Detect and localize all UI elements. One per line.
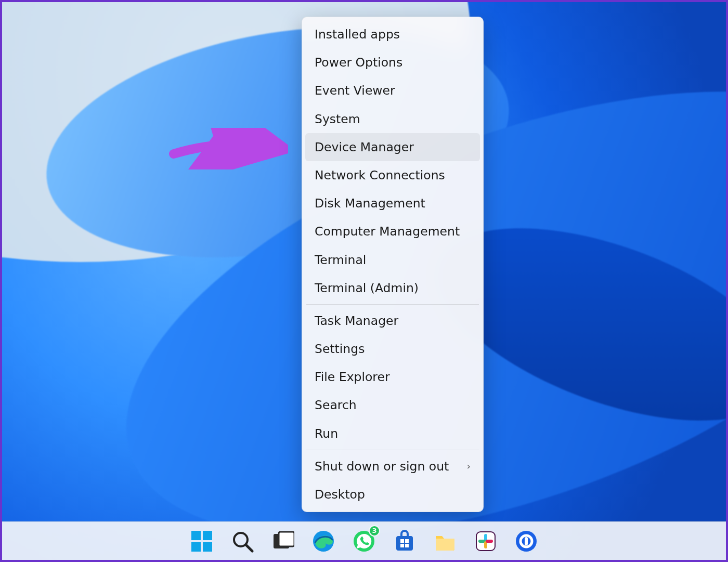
edge-button[interactable]	[309, 527, 337, 555]
menu-item-label: Computer Management	[315, 224, 460, 239]
menu-item-label: Device Manager	[315, 140, 414, 154]
menu-item-file-explorer[interactable]: File Explorer	[305, 363, 480, 391]
menu-item-installed-apps[interactable]: Installed apps	[305, 20, 480, 48]
menu-item-label: Terminal	[315, 253, 366, 267]
1password-button[interactable]	[512, 527, 540, 555]
menu-item-label: Desktop	[315, 487, 365, 502]
file-explorer-button[interactable]	[431, 527, 459, 555]
edge-icon	[312, 530, 335, 553]
menu-item-system[interactable]: System	[305, 105, 480, 133]
slack-icon	[474, 530, 497, 553]
menu-item-device-manager[interactable]: Device Manager	[305, 133, 480, 161]
menu-item-label: Power Options	[315, 55, 402, 70]
menu-item-label: Event Viewer	[315, 83, 395, 98]
menu-item-disk-management[interactable]: Disk Management	[305, 189, 480, 217]
menu-item-shut-down-or-sign-out[interactable]: Shut down or sign out›	[305, 452, 480, 480]
whatsapp-button[interactable]: 3	[350, 527, 378, 555]
menu-separator	[306, 304, 479, 305]
menu-item-label: System	[315, 112, 360, 126]
menu-item-terminal-admin[interactable]: Terminal (Admin)	[305, 274, 480, 302]
menu-item-desktop[interactable]: Desktop	[305, 480, 480, 508]
search-button[interactable]	[228, 527, 256, 555]
start-button[interactable]	[188, 527, 216, 555]
menu-item-label: Shut down or sign out	[315, 459, 449, 474]
slack-button[interactable]	[472, 527, 500, 555]
taskview-icon	[271, 530, 294, 553]
menu-item-event-viewer[interactable]: Event Viewer	[305, 76, 480, 104]
menu-item-label: Task Manager	[315, 313, 398, 328]
menu-item-settings[interactable]: Settings	[305, 335, 480, 363]
microsoft-store-button[interactable]	[391, 527, 419, 555]
menu-item-label: Terminal (Admin)	[315, 281, 419, 295]
store-icon	[393, 530, 416, 553]
onepw-icon	[515, 530, 538, 553]
menu-item-label: Settings	[315, 342, 365, 356]
menu-item-label: Run	[315, 426, 338, 441]
menu-item-task-manager[interactable]: Task Manager	[305, 307, 480, 335]
menu-item-power-options[interactable]: Power Options	[305, 48, 480, 76]
menu-separator	[306, 450, 479, 450]
search-icon	[231, 530, 254, 553]
menu-item-label: File Explorer	[315, 370, 390, 384]
menu-item-network-connections[interactable]: Network Connections	[305, 161, 480, 189]
menu-item-label: Network Connections	[315, 168, 445, 182]
menu-item-label: Installed apps	[315, 27, 400, 42]
menu-item-label: Search	[315, 398, 357, 412]
windows-icon	[190, 530, 213, 553]
menu-item-label: Disk Management	[315, 196, 425, 211]
menu-item-search[interactable]: Search	[305, 391, 480, 419]
task-view-button[interactable]	[269, 527, 297, 555]
folder-icon	[434, 530, 457, 553]
menu-item-computer-management[interactable]: Computer Management	[305, 217, 480, 245]
taskbar: 3	[2, 521, 726, 560]
chevron-right-icon: ›	[467, 461, 471, 472]
menu-item-terminal[interactable]: Terminal	[305, 246, 480, 274]
winx-context-menu: Installed appsPower OptionsEvent ViewerS…	[302, 17, 484, 512]
notification-badge: 3	[369, 525, 380, 537]
menu-item-run[interactable]: Run	[305, 420, 480, 448]
